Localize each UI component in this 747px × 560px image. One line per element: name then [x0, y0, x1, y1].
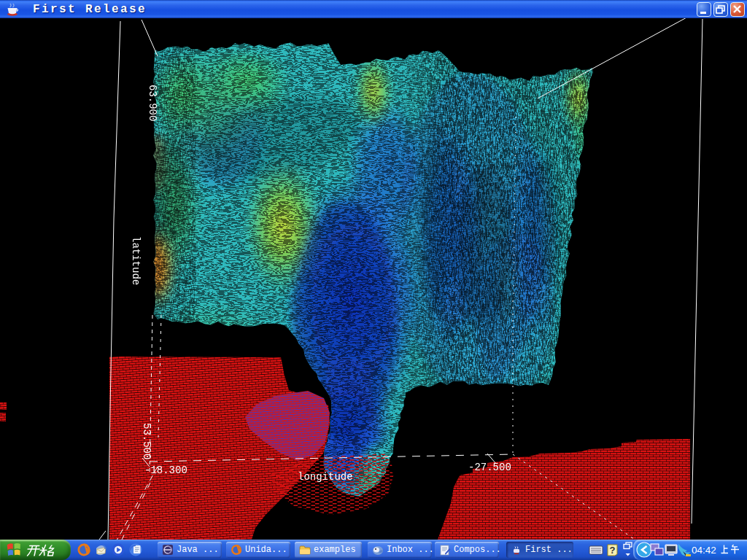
svg-text:latitude: latitude [130, 236, 142, 285]
svg-text:63.900: 63.900 [147, 85, 158, 121]
svg-text:-27.500: -27.500 [468, 462, 511, 473]
svg-text:53.500: 53.500 [141, 423, 152, 459]
svg-text:04:42: 04:42 [692, 545, 716, 556]
svg-text:-18.300: -18.300 [144, 464, 187, 476]
svg-text:longitude: longitude [298, 471, 353, 483]
svg-text:?: ? [610, 545, 616, 556]
